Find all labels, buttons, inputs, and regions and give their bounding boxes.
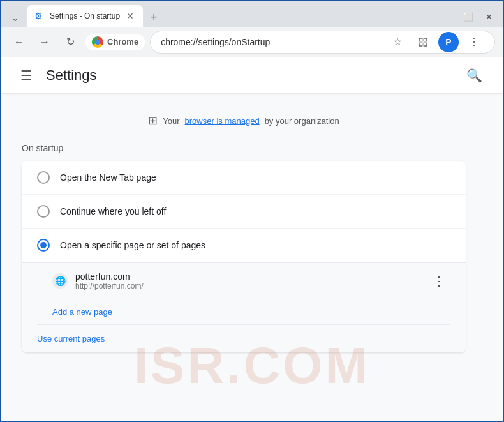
- option-row-newtab[interactable]: Open the New Tab page: [22, 161, 466, 195]
- radio-specific: [37, 239, 50, 252]
- minimize-button[interactable]: −: [439, 9, 457, 24]
- page-entry: 🌐 potterfun.com http://potterfun.com/ ⋮: [22, 263, 466, 299]
- option-label-continue: Continue where you left off: [60, 206, 166, 216]
- option-label-specific: Open a specific page or set of pages: [60, 240, 205, 250]
- managed-icon: ⊞: [148, 114, 158, 128]
- page-content: ☰ Settings 🔍 ⊞ Your browser is managed b…: [1, 57, 503, 421]
- radio-newtab: [37, 171, 50, 184]
- profile-button[interactable]: P: [438, 32, 459, 52]
- extension-button[interactable]: [413, 32, 433, 52]
- managed-notice: ⊞ Your browser is managed by your organi…: [22, 109, 466, 133]
- page-info: potterfun.com http://potterfun.com/: [75, 271, 420, 290]
- back-button[interactable]: ←: [9, 32, 29, 52]
- pages-subsection: 🌐 potterfun.com http://potterfun.com/ ⋮ …: [22, 262, 466, 352]
- chrome-logo-icon: [92, 36, 103, 48]
- bookmark-button[interactable]: ☆: [387, 32, 408, 52]
- settings-title: Settings: [46, 67, 97, 84]
- tab-close-button[interactable]: ✕: [125, 10, 135, 22]
- forward-button[interactable]: →: [34, 32, 55, 52]
- managed-link[interactable]: browser is managed: [185, 116, 260, 126]
- nav-bar: ← → ↻ Chrome chrome://settings/onStartup…: [1, 27, 503, 57]
- hamburger-menu-button[interactable]: ☰: [17, 64, 36, 87]
- section-title: On startup: [22, 143, 466, 153]
- url-text: chrome://settings/onStartup: [161, 37, 382, 47]
- option-row-specific[interactable]: Open a specific page or set of pages: [22, 229, 466, 262]
- add-page-button[interactable]: Add a new page: [22, 299, 128, 324]
- window-controls: − ⬜ ✕: [439, 9, 498, 27]
- svg-rect-2: [419, 43, 422, 46]
- option-row-continue[interactable]: Continue where you left off: [22, 195, 466, 229]
- tab-strip: ⌄ ⚙ Settings - On startup ✕ +: [6, 5, 436, 27]
- settings-header: ☰ Settings 🔍: [1, 57, 503, 93]
- settings-main: ⊞ Your browser is managed by your organi…: [1, 93, 486, 368]
- use-current-pages-button[interactable]: Use current pages: [22, 325, 120, 352]
- title-bar: ⌄ ⚙ Settings - On startup ✕ + − ⬜ ✕: [1, 1, 503, 27]
- svg-rect-0: [419, 38, 422, 41]
- managed-prefix: Your: [163, 116, 179, 126]
- chrome-label: Chrome: [107, 37, 138, 47]
- options-card: Open the New Tab page Continue where you…: [22, 161, 466, 352]
- page-url: http://potterfun.com/: [75, 282, 420, 290]
- svg-rect-3: [424, 43, 427, 46]
- address-bar[interactable]: chrome://settings/onStartup ☆ P ⋮: [150, 31, 495, 54]
- page-name: potterfun.com: [75, 271, 420, 282]
- tab-list-button[interactable]: ⌄: [6, 9, 24, 27]
- refresh-button[interactable]: ↻: [60, 32, 80, 52]
- svg-rect-1: [424, 38, 427, 41]
- active-tab: ⚙ Settings - On startup ✕: [27, 5, 143, 27]
- tab-favicon-icon: ⚙: [34, 11, 45, 21]
- page-favicon-icon: 🌐: [52, 273, 68, 289]
- radio-continue: [37, 205, 50, 218]
- browser-window: ⌄ ⚙ Settings - On startup ✕ + − ⬜ ✕ ← → …: [0, 0, 504, 422]
- close-button[interactable]: ✕: [480, 9, 498, 24]
- settings-search-button[interactable]: 🔍: [461, 63, 487, 88]
- new-tab-button[interactable]: +: [145, 8, 163, 27]
- managed-suffix: by your organization: [265, 116, 339, 126]
- chrome-badge: Chrome: [85, 34, 145, 50]
- browser-menu-button[interactable]: ⋮: [464, 32, 484, 52]
- tab-title: Settings - On startup: [50, 11, 120, 20]
- page-menu-button[interactable]: ⋮: [427, 271, 450, 291]
- maximize-button[interactable]: ⬜: [459, 9, 477, 24]
- settings-header-left: ☰ Settings: [17, 64, 97, 87]
- option-label-newtab: Open the New Tab page: [60, 172, 156, 183]
